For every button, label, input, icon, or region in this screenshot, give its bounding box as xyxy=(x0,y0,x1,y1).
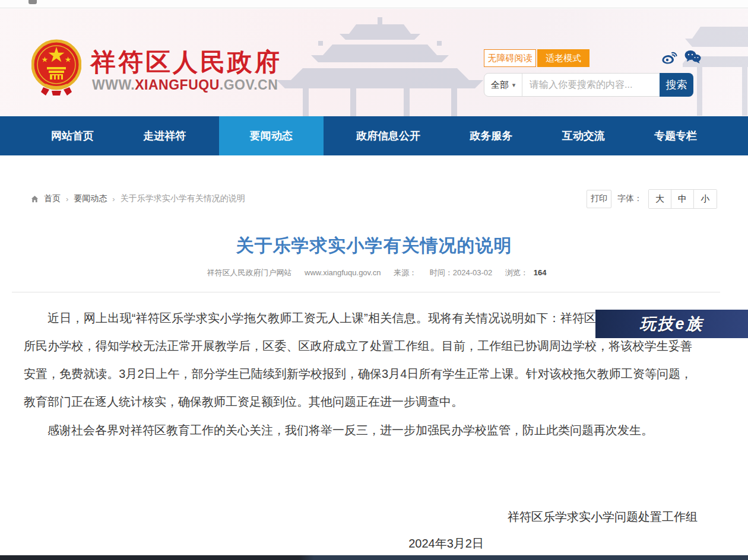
nav-item-services[interactable]: 政务服务 xyxy=(453,116,529,155)
breadcrumb-section[interactable]: 要闻动态 xyxy=(74,193,107,204)
site-url: WWW.XIANGFUQU.GOV.CN xyxy=(92,77,278,93)
breadcrumb-current: 关于乐学求实小学有关情况的说明 xyxy=(121,193,245,204)
article-body: 近日，网上出现“祥符区乐学求实小学拖欠教师工资无人上课”相关信息。现将有关情况说… xyxy=(24,304,692,445)
breadcrumb-toolbar-row: 首页 › 要闻动态 › 关于乐学求实小学有关情况的说明 打印 字体： 大 中 小 xyxy=(31,187,717,210)
main-navigation: 网站首页 走进祥符 要闻动态 政府信息公开 政务服务 互动交流 专题专栏 xyxy=(0,116,748,155)
pavilion-background-image xyxy=(261,14,499,116)
title-divider xyxy=(12,292,720,292)
meta-time: 时间：2024-03-02 xyxy=(430,268,493,277)
accessibility-reading-button[interactable]: 无障碍阅读 xyxy=(484,49,536,67)
search-category-dropdown[interactable]: 全部 ▾ xyxy=(484,74,522,96)
nav-item-gov-info[interactable]: 政府信息公开 xyxy=(340,116,437,155)
header-mode-buttons: 无障碍阅读 适老模式 xyxy=(484,49,589,67)
font-size-label: 字体： xyxy=(617,193,642,204)
breadcrumb-home[interactable]: 首页 xyxy=(44,193,61,204)
breadcrumb-separator-icon: › xyxy=(112,195,115,203)
font-size-large-button[interactable]: 大 xyxy=(649,190,671,208)
meta-source-site: 祥符区人民政府门户网站 xyxy=(207,268,291,277)
site-title: 祥符区人民政府 xyxy=(91,46,282,79)
breadcrumb-separator-icon: › xyxy=(66,195,68,203)
meta-source-label: 来源： xyxy=(394,268,417,277)
font-size-small-button[interactable]: 小 xyxy=(694,190,717,208)
nav-item-home[interactable]: 网站首页 xyxy=(34,116,110,155)
font-size-group: 大 中 小 xyxy=(648,189,717,209)
article-meta: 祥符区人民政府门户网站 www.xiangfuqu.gov.cn 来源： 时间：… xyxy=(0,268,748,278)
search-category-value: 全部 xyxy=(491,79,509,91)
top-strip xyxy=(0,0,748,8)
nav-item-about[interactable]: 走进祥符 xyxy=(126,116,202,155)
meta-views-label: 浏览： xyxy=(505,268,528,277)
article-date: 2024年3月2日 xyxy=(0,536,484,552)
meta-views-value: 164 xyxy=(534,268,547,277)
wechat-icon[interactable] xyxy=(684,49,702,65)
site-url-suffix: .GOV.CN xyxy=(220,77,278,93)
meta-site-url: www.xiangfuqu.gov.cn xyxy=(305,268,381,277)
footer-strip xyxy=(0,555,748,560)
nav-item-news-active[interactable]: 要闻动态 xyxy=(219,116,324,155)
page: 祥符区人民政府 WWW.XIANGFUQU.GOV.CN 无障碍阅读 适老模式 xyxy=(0,0,748,560)
article-toolbar: 打印 字体： 大 中 小 xyxy=(587,189,717,209)
chevron-down-icon: ▾ xyxy=(512,81,516,89)
nav-item-special[interactable]: 专题专栏 xyxy=(638,116,714,155)
article-title: 关于乐学求实小学有关情况的说明 xyxy=(0,234,748,258)
breadcrumb: 首页 › 要闻动态 › 关于乐学求实小学有关情况的说明 xyxy=(31,193,245,204)
home-icon xyxy=(31,195,39,203)
browser-artifact xyxy=(28,0,37,4)
font-size-medium-button[interactable]: 中 xyxy=(671,190,694,208)
watermark-overlay: 玩技e族 xyxy=(595,310,748,338)
watermark-text: 玩技e族 xyxy=(639,313,703,335)
national-emblem-logo xyxy=(31,39,81,96)
search-input[interactable] xyxy=(522,74,660,96)
site-header: 祥符区人民政府 WWW.XIANGFUQU.GOV.CN 无障碍阅读 适老模式 xyxy=(0,9,748,116)
nav-item-interaction[interactable]: 互动交流 xyxy=(546,116,622,155)
elderly-mode-button[interactable]: 适老模式 xyxy=(537,49,589,67)
article-signature: 祥符区乐学求实小学问题处置工作组 xyxy=(24,509,698,525)
weibo-icon[interactable] xyxy=(661,49,678,65)
article-paragraph-2: 感谢社会各界对祥符区教育工作的关心关注，我们将举一反三，进一步加强民办学校监管，… xyxy=(24,416,692,444)
search-button[interactable]: 搜索 xyxy=(660,73,693,97)
print-button[interactable]: 打印 xyxy=(587,190,611,208)
site-url-www: WWW. xyxy=(92,77,135,93)
social-icons xyxy=(661,49,702,65)
site-url-domain: XIANGFUQU xyxy=(135,77,220,93)
pavilion-background-image-right xyxy=(683,21,748,116)
article-paragraph-1: 近日，网上出现“祥符区乐学求实小学拖欠教师工资无人上课”相关信息。现将有关情况说… xyxy=(24,304,692,416)
search-bar: 全部 ▾ 搜索 xyxy=(484,73,693,97)
